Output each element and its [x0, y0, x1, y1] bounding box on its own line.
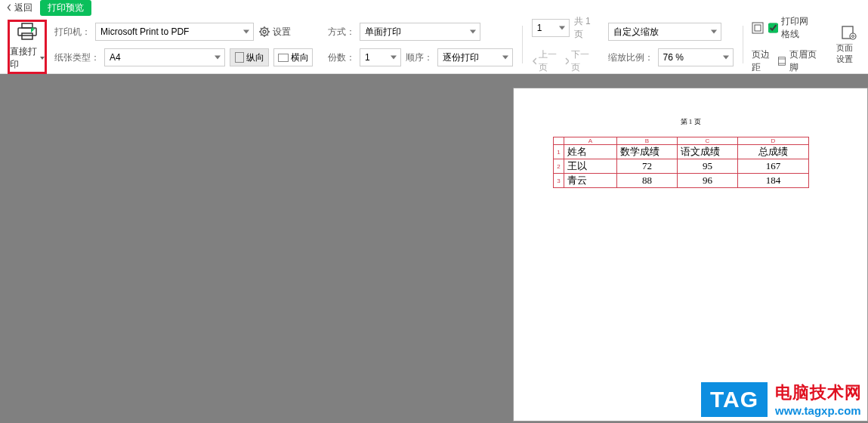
- mode-label: 方式：: [328, 26, 355, 39]
- watermark: TAG 电脑技术网 www.tagxp.com: [701, 381, 862, 417]
- landscape-button[interactable]: 横向: [273, 48, 313, 66]
- chevron-down-icon: [470, 30, 476, 34]
- chevron-down-icon: [391, 56, 397, 60]
- page-input[interactable]: 1: [532, 19, 570, 37]
- next-page-button[interactable]: 下一页: [564, 48, 592, 74]
- watermark-cn: 电脑技术网: [775, 381, 862, 404]
- print-grid-checkbox[interactable]: 打印网格线: [768, 15, 817, 41]
- portrait-icon: [235, 52, 244, 63]
- svg-rect-6: [755, 25, 761, 31]
- printer-label: 打印机：: [54, 26, 91, 39]
- page-margin-button[interactable]: 页边距: [752, 48, 773, 74]
- page-setup-icon: [840, 25, 857, 40]
- copies-input[interactable]: 1: [360, 48, 401, 66]
- svg-point-11: [850, 33, 856, 39]
- order-select[interactable]: 逐份打印: [437, 48, 513, 66]
- chevron-left-icon: [532, 57, 536, 65]
- back-label: 返回: [14, 2, 32, 14]
- page-margin-button-top-icon: [752, 22, 764, 34]
- table-row: 3 青云 88 96 184: [554, 174, 809, 188]
- zoom-ratio-select[interactable]: 76 %: [658, 48, 734, 66]
- svg-rect-5: [752, 23, 763, 33]
- tag-logo: TAG: [701, 382, 768, 417]
- toolbar: 直接打印 打印机： Microsoft Print to PDF 设置 纸张类型…: [0, 15, 868, 74]
- prev-page-button[interactable]: 上一页: [532, 48, 560, 74]
- portrait-button[interactable]: 纵向: [230, 48, 269, 66]
- margin-icon: [752, 22, 764, 34]
- svg-rect-0: [22, 23, 32, 28]
- copies-label: 份数：: [328, 51, 355, 64]
- divider: [743, 26, 743, 63]
- settings-button[interactable]: 设置: [258, 26, 291, 39]
- header-footer-icon: [777, 55, 786, 67]
- header-footer-button[interactable]: 页眉页脚: [777, 48, 817, 74]
- direct-print-label: 直接打印: [10, 45, 39, 71]
- gear-icon: [258, 26, 270, 38]
- chevron-down-icon: [40, 57, 45, 60]
- printer-icon: [17, 23, 38, 41]
- chevron-down-icon: [502, 56, 508, 60]
- chevron-down-icon: [723, 56, 729, 60]
- printer-select[interactable]: Microsoft Print to PDF: [95, 23, 254, 41]
- watermark-url: www.tagxp.com: [775, 404, 862, 417]
- page-header-text: 第 1 页: [681, 117, 701, 127]
- preview-page: 第 1 页 A B C D 1 姓名 数学成绩 语文成绩 总成绩 2 王以 72…: [513, 88, 868, 421]
- chevron-down-icon: [559, 26, 565, 30]
- table-row: 2 王以 72 95 167: [554, 159, 809, 174]
- zoom-ratio-label: 缩放比例：: [608, 51, 653, 64]
- direct-print-button[interactable]: 直接打印: [8, 20, 47, 74]
- divider: [522, 26, 523, 63]
- page-total: 共 1 页: [574, 15, 593, 41]
- zoom-mode-select[interactable]: 自定义缩放: [608, 23, 721, 41]
- page-title: 打印预览: [40, 0, 91, 16]
- svg-rect-2: [22, 33, 32, 39]
- chevron-down-icon: [711, 30, 717, 34]
- page-setup-button[interactable]: 页面设置: [832, 23, 865, 66]
- chevron-right-icon: [564, 57, 569, 65]
- paper-label: 纸张类型：: [54, 51, 100, 64]
- order-label: 顺序：: [406, 51, 433, 64]
- svg-point-3: [261, 28, 268, 36]
- paper-select[interactable]: A4: [104, 48, 225, 66]
- back-button[interactable]: 返回: [6, 2, 32, 14]
- chevron-down-icon: [243, 30, 249, 34]
- svg-rect-7: [779, 57, 786, 66]
- svg-point-4: [263, 30, 266, 33]
- chevron-down-icon: [215, 56, 221, 60]
- landscape-icon: [278, 54, 289, 62]
- mode-select[interactable]: 单面打印: [360, 23, 480, 41]
- preview-area: 第 1 页 A B C D 1 姓名 数学成绩 语文成绩 总成绩 2 王以 72…: [0, 74, 868, 423]
- table-row: 1 姓名 数学成绩 语文成绩 总成绩: [554, 145, 809, 159]
- data-table: A B C D 1 姓名 数学成绩 语文成绩 总成绩 2 王以 72 95 16…: [553, 137, 809, 188]
